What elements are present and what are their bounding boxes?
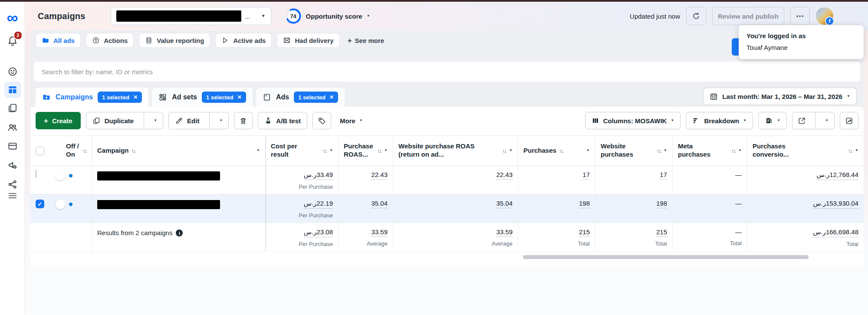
tag-button[interactable]	[312, 112, 331, 129]
export-split-button: ▼	[792, 112, 835, 129]
breakdown-button[interactable]: Breakdown ▼	[686, 112, 753, 129]
refresh-button[interactable]	[686, 7, 706, 25]
column-menu-icon[interactable]: ▼	[664, 149, 667, 152]
charts-button[interactable]	[840, 112, 858, 129]
select-all-checkbox[interactable]	[36, 147, 44, 155]
column-menu-icon[interactable]: ▼	[509, 149, 513, 152]
opportunity-score-dropdown[interactable]: 74 Opportunity score ▼	[285, 8, 370, 24]
column-menu-icon[interactable]: ▼	[855, 149, 858, 152]
columns-button[interactable]: Columns: MOSAWIK ▼	[585, 112, 681, 129]
ad-page-icon	[263, 93, 271, 102]
plus-icon: +	[348, 37, 352, 44]
column-menu-icon[interactable]: ▼	[384, 149, 388, 152]
sort-icon[interactable]: ↑↓	[559, 148, 563, 154]
date-range-selector[interactable]: Last month: Mar 1, 2026 – Mar 31, 2026 ▼	[703, 88, 857, 105]
column-menu-icon[interactable]: ▼	[586, 149, 590, 152]
coins-icon	[145, 36, 153, 44]
header-purchase-roas[interactable]: Purchase ROAS... ↑↓ ▼	[339, 136, 393, 165]
tab-ad-sets[interactable]: Ad sets 1 selected ✕	[152, 88, 253, 107]
header-website-purchases[interactable]: Website purchases ↑↓ ▼	[595, 136, 673, 165]
avatar[interactable]: f	[816, 7, 833, 25]
ads-selected-pill[interactable]: 1 selected ✕	[294, 92, 338, 103]
header-website-purchase-roas[interactable]: Website purchase ROAS (return on ad... ↑…	[393, 136, 518, 165]
notifications-button[interactable]: 3	[4, 33, 21, 49]
search-input[interactable]	[41, 68, 853, 76]
column-menu-icon[interactable]: ▼	[256, 149, 260, 152]
sidebar-item-account-overview[interactable]	[4, 63, 21, 80]
ad-sets-selected-pill[interactable]: 1 selected ✕	[202, 92, 246, 103]
ab-test-button[interactable]: A/B test	[258, 112, 307, 129]
sort-icon[interactable]: ↑↓	[502, 148, 506, 154]
create-button[interactable]: + Create	[36, 112, 81, 129]
columns-icon	[592, 117, 599, 125]
page-title: Campaigns	[38, 11, 85, 21]
filter-chip-active-ads[interactable]: Active ads	[215, 33, 272, 48]
filter-chip-actions[interactable]: Actions	[86, 33, 134, 48]
summary-conversion-value-cell: 166,698.48ر.س Total	[747, 223, 864, 252]
row-select-cell: ✓	[30, 194, 61, 223]
horizontal-scrollbar-thumb[interactable]	[523, 255, 809, 259]
header-purchases-conversion-value[interactable]: Purchases conversio... ↑↓ ▼	[747, 136, 864, 165]
opportunity-score-label: Opportunity score	[306, 13, 362, 20]
campaign-name-cell[interactable]	[92, 194, 266, 223]
see-more-filters[interactable]: + See more	[348, 37, 384, 44]
account-selector-dropdown[interactable]: ... ▼	[111, 7, 271, 25]
sort-icon[interactable]: ↑↓	[132, 148, 135, 154]
row-checkbox[interactable]	[36, 170, 36, 178]
tab-ads[interactable]: Ads 1 selected ✕	[256, 88, 345, 107]
chevron-down-icon: ▼	[777, 119, 780, 122]
header-purchases[interactable]: Purchases ↑↓ ▼	[518, 136, 595, 165]
sidebar-item-billing[interactable]	[4, 138, 21, 154]
duplicate-dropdown[interactable]: ▼	[148, 112, 163, 129]
close-icon[interactable]: ✕	[329, 94, 334, 100]
meta-purchases-cell: —	[673, 166, 747, 194]
tag-icon	[318, 117, 326, 125]
campaign-name-cell[interactable]	[92, 166, 266, 194]
filter-chip-had-delivery[interactable]: Had delivery	[277, 33, 339, 48]
sort-icon[interactable]: ↑↓	[848, 148, 852, 154]
left-nav-rail: ∞ 3	[0, 2, 25, 315]
edit-button[interactable]: Edit	[169, 112, 205, 129]
more-button[interactable]: More ▼	[336, 112, 366, 129]
duplicate-button[interactable]: Duplicate	[86, 112, 140, 129]
table-header-row: Off / On ↑↓ Campaign ↑↓ ▼ Cost per resul…	[30, 135, 864, 166]
tab-campaigns[interactable]: Campaigns 1 selected ✕	[36, 88, 148, 107]
column-menu-icon[interactable]: ▼	[329, 149, 333, 152]
info-icon[interactable]: i	[176, 230, 183, 236]
ads-manager-screen: ∞ 3	[0, 0, 868, 315]
export-dropdown[interactable]: ▼	[819, 112, 834, 129]
ab-test-label: A/B test	[276, 117, 301, 125]
purchases-cell: 198	[518, 194, 595, 223]
chevron-down-icon: ▼	[367, 14, 370, 18]
sort-icon[interactable]: ↑↓	[657, 148, 661, 154]
button-divider	[144, 112, 144, 129]
column-menu-icon[interactable]: ▼	[738, 149, 742, 152]
sort-icon[interactable]: ↑↓	[322, 148, 326, 154]
filter-chip-all-ads[interactable]: All ads	[36, 33, 81, 48]
header-cost-per-result[interactable]: Cost per result ↑↓ ▼	[266, 136, 339, 165]
row-checkbox[interactable]: ✓	[36, 200, 44, 208]
close-icon[interactable]: ✕	[133, 94, 138, 100]
campaigns-selected-pill[interactable]: 1 selected ✕	[98, 92, 142, 103]
search-bar	[34, 62, 860, 82]
delete-button[interactable]	[234, 112, 253, 129]
reports-button[interactable]: ▼	[758, 112, 787, 129]
sidebar-item-ads-settings[interactable]	[4, 157, 21, 174]
sidebar-item-ads-reporting[interactable]	[4, 100, 21, 116]
review-and-publish-button[interactable]: Review and publish	[712, 7, 784, 25]
sort-icon[interactable]: ↑↓	[731, 148, 735, 154]
sidebar-item-campaigns[interactable]	[4, 82, 21, 98]
meta-logo[interactable]: ∞	[4, 10, 21, 26]
sidebar-item-all-tools[interactable]	[4, 187, 21, 204]
header-meta-purchases[interactable]: Meta purchases ↑↓ ▼	[673, 136, 747, 165]
filter-chip-value-reporting[interactable]: Value reporting	[139, 33, 210, 48]
sidebar-item-audiences[interactable]	[4, 119, 21, 135]
export-button[interactable]	[792, 112, 811, 129]
close-icon[interactable]: ✕	[237, 94, 242, 100]
header-campaign[interactable]: Campaign ↑↓ ▼	[92, 136, 266, 165]
edit-dropdown[interactable]: ▼	[214, 112, 228, 129]
overflow-menu-button[interactable]: ⋯	[790, 7, 810, 25]
header-off-on[interactable]: Off / On ↑↓	[61, 136, 92, 165]
sort-icon[interactable]: ↑↓	[377, 148, 381, 154]
sort-icon[interactable]: ↑↓	[82, 148, 86, 154]
